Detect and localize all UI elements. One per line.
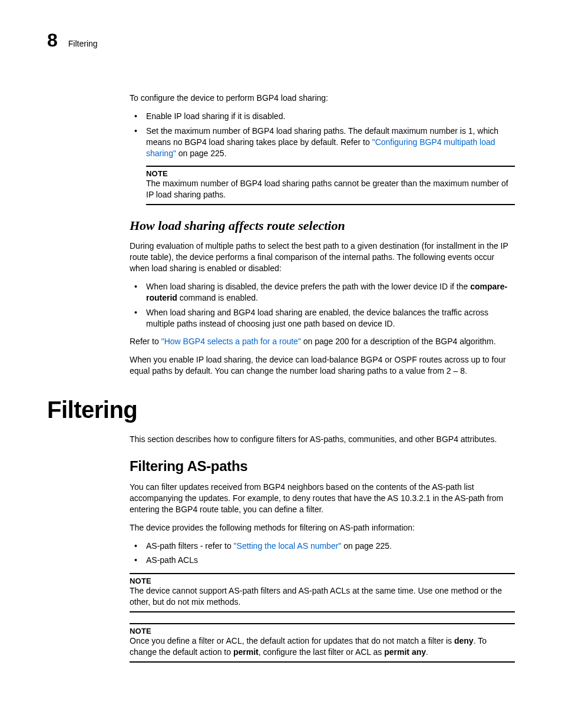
note-text: The maximum number of BGP4 load sharing … bbox=[146, 178, 515, 200]
page-header: 8 Filtering bbox=[47, 29, 527, 51]
text: on page 225. bbox=[176, 149, 227, 158]
chapter-number: 8 bbox=[47, 29, 58, 51]
list-item: Set the maximum number of BGP4 load shar… bbox=[146, 126, 515, 159]
paragraph: The device provides the following method… bbox=[130, 522, 515, 533]
page-content: To configure the device to perform BGP4 … bbox=[130, 93, 515, 663]
text: command is enabled. bbox=[177, 293, 258, 302]
text: on page 225. bbox=[341, 541, 392, 551]
list-item: When load sharing and BGP4 load sharing … bbox=[146, 307, 515, 330]
text: AS-path filters - refer to bbox=[146, 541, 234, 551]
heading-how-load-sharing: How load sharing affects route selection bbox=[130, 218, 515, 233]
text: on page 200 for a description of the BGP… bbox=[301, 337, 496, 346]
text: , configure the last filter or ACL as bbox=[259, 647, 384, 657]
list-item: Enable IP load sharing if it is disabled… bbox=[146, 111, 515, 122]
heading-filtering: Filtering bbox=[47, 397, 515, 423]
link-setting-local-as[interactable]: "Setting the local AS number" bbox=[234, 541, 342, 551]
paragraph: During evaluation of multiple paths to s… bbox=[130, 241, 515, 274]
note-text: Once you define a filter or ACL, the def… bbox=[130, 635, 515, 658]
bullet-list: When load sharing is disabled, the devic… bbox=[130, 281, 515, 330]
list-item: AS-path filters - refer to "Setting the … bbox=[146, 541, 515, 552]
note-block: NOTE The device cannot support AS-path f… bbox=[130, 573, 515, 612]
chapter-name: Filtering bbox=[68, 39, 98, 48]
bullet-list: Enable IP load sharing if it is disabled… bbox=[130, 111, 515, 159]
list-item: AS-path ACLs bbox=[146, 555, 515, 566]
paragraph: You can filter updates received from BGP… bbox=[130, 482, 515, 515]
text: When load sharing is disabled, the devic… bbox=[146, 282, 470, 291]
link-how-bgp4-selects[interactable]: "How BGP4 selects a path for a route" bbox=[161, 337, 301, 346]
paragraph: This section describes how to configure … bbox=[130, 434, 515, 445]
paragraph: Refer to "How BGP4 selects a path for a … bbox=[130, 336, 515, 347]
paragraph: When you enable IP load sharing, the dev… bbox=[130, 354, 515, 377]
note-label: NOTE bbox=[130, 577, 515, 585]
note-label: NOTE bbox=[146, 169, 515, 178]
heading-filtering-as-paths: Filtering AS-paths bbox=[130, 458, 515, 475]
bold-text: permit any bbox=[384, 647, 426, 657]
list-item: When load sharing is disabled, the devic… bbox=[146, 281, 515, 304]
note-block: NOTE Once you define a filter or ACL, th… bbox=[130, 623, 515, 663]
bullet-list: AS-path filters - refer to "Setting the … bbox=[130, 541, 515, 566]
paragraph: To configure the device to perform BGP4 … bbox=[130, 93, 515, 104]
bold-text: deny bbox=[454, 636, 474, 645]
note-label: NOTE bbox=[130, 627, 515, 635]
note-text: The device cannot support AS-path filter… bbox=[130, 585, 515, 608]
text: Once you define a filter or ACL, the def… bbox=[130, 636, 454, 645]
text: Refer to bbox=[130, 337, 161, 346]
note-block: NOTE The maximum number of BGP4 load sha… bbox=[146, 166, 515, 205]
bold-text: permit bbox=[233, 647, 259, 657]
text: . bbox=[426, 647, 428, 657]
page: 8 Filtering To configure the device to p… bbox=[0, 0, 562, 728]
